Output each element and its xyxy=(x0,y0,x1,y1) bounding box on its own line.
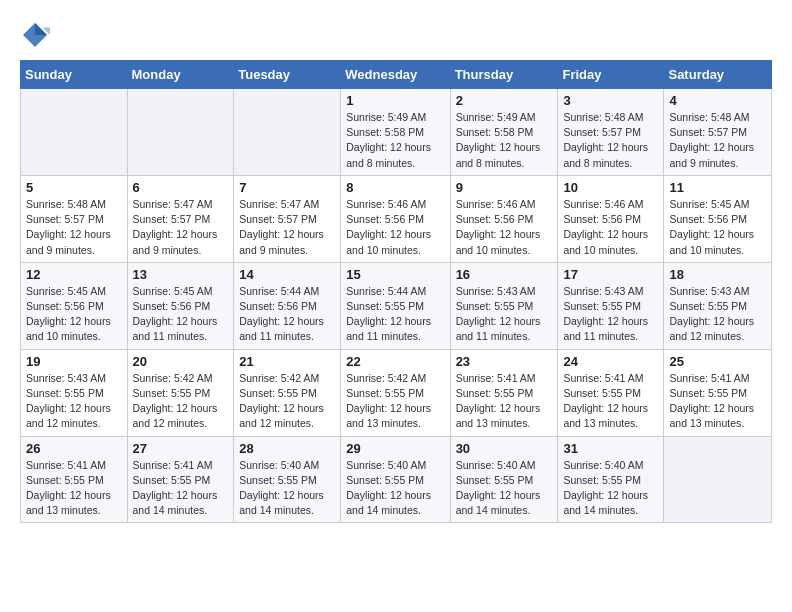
calendar-cell xyxy=(127,89,234,176)
calendar-cell: 11Sunrise: 5:45 AM Sunset: 5:56 PM Dayli… xyxy=(664,175,772,262)
calendar-cell: 4Sunrise: 5:48 AM Sunset: 5:57 PM Daylig… xyxy=(664,89,772,176)
day-info: Sunrise: 5:41 AM Sunset: 5:55 PM Dayligh… xyxy=(669,371,766,432)
day-info: Sunrise: 5:43 AM Sunset: 5:55 PM Dayligh… xyxy=(669,284,766,345)
calendar-cell: 24Sunrise: 5:41 AM Sunset: 5:55 PM Dayli… xyxy=(558,349,664,436)
day-number: 22 xyxy=(346,354,444,369)
calendar-cell: 3Sunrise: 5:48 AM Sunset: 5:57 PM Daylig… xyxy=(558,89,664,176)
day-info: Sunrise: 5:40 AM Sunset: 5:55 PM Dayligh… xyxy=(346,458,444,519)
day-number: 12 xyxy=(26,267,122,282)
day-number: 2 xyxy=(456,93,553,108)
calendar-cell: 16Sunrise: 5:43 AM Sunset: 5:55 PM Dayli… xyxy=(450,262,558,349)
calendar-week-row: 19Sunrise: 5:43 AM Sunset: 5:55 PM Dayli… xyxy=(21,349,772,436)
calendar-cell: 27Sunrise: 5:41 AM Sunset: 5:55 PM Dayli… xyxy=(127,436,234,523)
day-info: Sunrise: 5:44 AM Sunset: 5:55 PM Dayligh… xyxy=(346,284,444,345)
day-number: 25 xyxy=(669,354,766,369)
calendar-header: SundayMondayTuesdayWednesdayThursdayFrid… xyxy=(21,61,772,89)
day-of-week-header: Tuesday xyxy=(234,61,341,89)
day-info: Sunrise: 5:42 AM Sunset: 5:55 PM Dayligh… xyxy=(346,371,444,432)
calendar-cell: 28Sunrise: 5:40 AM Sunset: 5:55 PM Dayli… xyxy=(234,436,341,523)
calendar-cell: 29Sunrise: 5:40 AM Sunset: 5:55 PM Dayli… xyxy=(341,436,450,523)
day-info: Sunrise: 5:40 AM Sunset: 5:55 PM Dayligh… xyxy=(239,458,335,519)
calendar-cell: 7Sunrise: 5:47 AM Sunset: 5:57 PM Daylig… xyxy=(234,175,341,262)
day-info: Sunrise: 5:46 AM Sunset: 5:56 PM Dayligh… xyxy=(563,197,658,258)
day-info: Sunrise: 5:40 AM Sunset: 5:55 PM Dayligh… xyxy=(456,458,553,519)
calendar-cell: 8Sunrise: 5:46 AM Sunset: 5:56 PM Daylig… xyxy=(341,175,450,262)
calendar-cell: 18Sunrise: 5:43 AM Sunset: 5:55 PM Dayli… xyxy=(664,262,772,349)
header-row: SundayMondayTuesdayWednesdayThursdayFrid… xyxy=(21,61,772,89)
day-info: Sunrise: 5:45 AM Sunset: 5:56 PM Dayligh… xyxy=(26,284,122,345)
day-number: 3 xyxy=(563,93,658,108)
day-number: 7 xyxy=(239,180,335,195)
day-number: 9 xyxy=(456,180,553,195)
calendar-cell: 6Sunrise: 5:47 AM Sunset: 5:57 PM Daylig… xyxy=(127,175,234,262)
day-number: 13 xyxy=(133,267,229,282)
day-number: 19 xyxy=(26,354,122,369)
calendar-cell: 26Sunrise: 5:41 AM Sunset: 5:55 PM Dayli… xyxy=(21,436,128,523)
day-number: 30 xyxy=(456,441,553,456)
calendar-cell: 20Sunrise: 5:42 AM Sunset: 5:55 PM Dayli… xyxy=(127,349,234,436)
day-info: Sunrise: 5:41 AM Sunset: 5:55 PM Dayligh… xyxy=(456,371,553,432)
day-info: Sunrise: 5:46 AM Sunset: 5:56 PM Dayligh… xyxy=(456,197,553,258)
day-of-week-header: Monday xyxy=(127,61,234,89)
calendar-cell: 5Sunrise: 5:48 AM Sunset: 5:57 PM Daylig… xyxy=(21,175,128,262)
calendar-cell xyxy=(234,89,341,176)
day-info: Sunrise: 5:41 AM Sunset: 5:55 PM Dayligh… xyxy=(133,458,229,519)
day-number: 6 xyxy=(133,180,229,195)
day-info: Sunrise: 5:42 AM Sunset: 5:55 PM Dayligh… xyxy=(133,371,229,432)
day-info: Sunrise: 5:41 AM Sunset: 5:55 PM Dayligh… xyxy=(563,371,658,432)
day-info: Sunrise: 5:46 AM Sunset: 5:56 PM Dayligh… xyxy=(346,197,444,258)
page-header xyxy=(20,20,772,50)
calendar-cell xyxy=(21,89,128,176)
day-info: Sunrise: 5:43 AM Sunset: 5:55 PM Dayligh… xyxy=(26,371,122,432)
day-number: 18 xyxy=(669,267,766,282)
day-info: Sunrise: 5:41 AM Sunset: 5:55 PM Dayligh… xyxy=(26,458,122,519)
day-of-week-header: Saturday xyxy=(664,61,772,89)
calendar-cell: 2Sunrise: 5:49 AM Sunset: 5:58 PM Daylig… xyxy=(450,89,558,176)
calendar-cell: 30Sunrise: 5:40 AM Sunset: 5:55 PM Dayli… xyxy=(450,436,558,523)
calendar-cell: 12Sunrise: 5:45 AM Sunset: 5:56 PM Dayli… xyxy=(21,262,128,349)
day-number: 8 xyxy=(346,180,444,195)
day-info: Sunrise: 5:49 AM Sunset: 5:58 PM Dayligh… xyxy=(456,110,553,171)
day-of-week-header: Wednesday xyxy=(341,61,450,89)
day-number: 31 xyxy=(563,441,658,456)
calendar-cell: 14Sunrise: 5:44 AM Sunset: 5:56 PM Dayli… xyxy=(234,262,341,349)
day-number: 20 xyxy=(133,354,229,369)
day-number: 26 xyxy=(26,441,122,456)
calendar-cell: 13Sunrise: 5:45 AM Sunset: 5:56 PM Dayli… xyxy=(127,262,234,349)
calendar-cell: 15Sunrise: 5:44 AM Sunset: 5:55 PM Dayli… xyxy=(341,262,450,349)
calendar-week-row: 12Sunrise: 5:45 AM Sunset: 5:56 PM Dayli… xyxy=(21,262,772,349)
day-number: 1 xyxy=(346,93,444,108)
calendar-table: SundayMondayTuesdayWednesdayThursdayFrid… xyxy=(20,60,772,523)
day-info: Sunrise: 5:48 AM Sunset: 5:57 PM Dayligh… xyxy=(563,110,658,171)
day-info: Sunrise: 5:43 AM Sunset: 5:55 PM Dayligh… xyxy=(563,284,658,345)
calendar-cell: 10Sunrise: 5:46 AM Sunset: 5:56 PM Dayli… xyxy=(558,175,664,262)
logo-icon xyxy=(20,20,50,50)
day-number: 15 xyxy=(346,267,444,282)
day-info: Sunrise: 5:44 AM Sunset: 5:56 PM Dayligh… xyxy=(239,284,335,345)
calendar-cell: 22Sunrise: 5:42 AM Sunset: 5:55 PM Dayli… xyxy=(341,349,450,436)
day-number: 27 xyxy=(133,441,229,456)
day-info: Sunrise: 5:48 AM Sunset: 5:57 PM Dayligh… xyxy=(26,197,122,258)
calendar-week-row: 5Sunrise: 5:48 AM Sunset: 5:57 PM Daylig… xyxy=(21,175,772,262)
calendar-cell: 19Sunrise: 5:43 AM Sunset: 5:55 PM Dayli… xyxy=(21,349,128,436)
calendar-cell: 9Sunrise: 5:46 AM Sunset: 5:56 PM Daylig… xyxy=(450,175,558,262)
day-info: Sunrise: 5:42 AM Sunset: 5:55 PM Dayligh… xyxy=(239,371,335,432)
day-info: Sunrise: 5:47 AM Sunset: 5:57 PM Dayligh… xyxy=(239,197,335,258)
calendar-cell: 17Sunrise: 5:43 AM Sunset: 5:55 PM Dayli… xyxy=(558,262,664,349)
day-of-week-header: Friday xyxy=(558,61,664,89)
calendar-cell: 21Sunrise: 5:42 AM Sunset: 5:55 PM Dayli… xyxy=(234,349,341,436)
calendar-week-row: 26Sunrise: 5:41 AM Sunset: 5:55 PM Dayli… xyxy=(21,436,772,523)
day-number: 21 xyxy=(239,354,335,369)
day-number: 5 xyxy=(26,180,122,195)
calendar-cell: 1Sunrise: 5:49 AM Sunset: 5:58 PM Daylig… xyxy=(341,89,450,176)
day-number: 10 xyxy=(563,180,658,195)
day-info: Sunrise: 5:40 AM Sunset: 5:55 PM Dayligh… xyxy=(563,458,658,519)
logo xyxy=(20,20,54,50)
day-number: 11 xyxy=(669,180,766,195)
day-info: Sunrise: 5:43 AM Sunset: 5:55 PM Dayligh… xyxy=(456,284,553,345)
day-info: Sunrise: 5:48 AM Sunset: 5:57 PM Dayligh… xyxy=(669,110,766,171)
day-number: 29 xyxy=(346,441,444,456)
day-info: Sunrise: 5:49 AM Sunset: 5:58 PM Dayligh… xyxy=(346,110,444,171)
day-info: Sunrise: 5:47 AM Sunset: 5:57 PM Dayligh… xyxy=(133,197,229,258)
day-number: 17 xyxy=(563,267,658,282)
